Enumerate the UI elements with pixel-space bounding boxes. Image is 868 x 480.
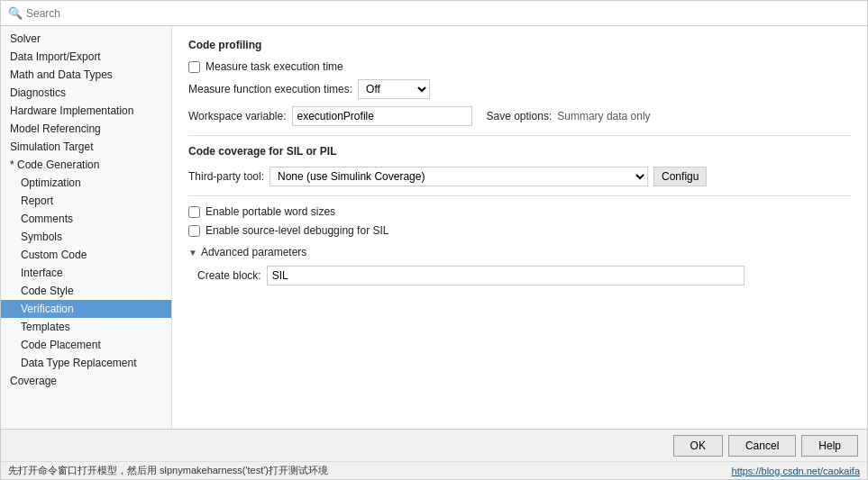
third-party-label: Third-party tool:	[188, 170, 264, 183]
measure-function-label: Measure function execution times:	[188, 83, 352, 95]
portable-word-row: Enable portable word sizes	[188, 205, 851, 218]
workspace-input[interactable]	[292, 106, 472, 126]
create-block-row: Create block:	[197, 266, 851, 285]
sidebar-item-data-import-export[interactable]: Data Import/Export	[1, 48, 171, 66]
save-options-label: Save options:	[487, 110, 553, 122]
cancel-button[interactable]: Cancel	[728, 435, 796, 457]
bottom-url[interactable]: https://blog.csdn.net/caokaifa	[732, 466, 860, 476]
sidebar: Solver Data Import/Export Math and Data …	[1, 26, 172, 429]
code-coverage-title: Code coverage for SIL or PIL	[188, 145, 851, 158]
portable-word-checkbox[interactable]	[188, 206, 200, 218]
measure-task-checkbox[interactable]	[188, 61, 200, 73]
measure-function-select-wrapper: Off On	[358, 79, 430, 99]
save-options-value: Summary data only	[557, 110, 650, 122]
main-panel: Code profiling Measure task execution ti…	[172, 26, 867, 429]
search-input[interactable]	[26, 7, 860, 20]
create-block-label: Create block:	[197, 269, 261, 282]
measure-task-row: Measure task execution time	[188, 60, 851, 73]
content-area: Solver Data Import/Export Math and Data …	[1, 26, 867, 429]
search-icon: 🔍	[8, 6, 23, 20]
bottom-text-zh: 先打开命令窗口打开模型，然后用 slpnymakeharness('test')…	[8, 464, 328, 477]
workspace-label: Workspace variable:	[188, 110, 287, 122]
divider-2	[188, 195, 851, 196]
sidebar-item-diagnostics[interactable]: Diagnostics	[1, 84, 171, 102]
configure-button[interactable]: Configu	[653, 167, 707, 186]
sidebar-item-optimization[interactable]: Optimization	[1, 174, 171, 192]
create-block-input[interactable]	[267, 266, 745, 285]
sidebar-item-templates[interactable]: Templates	[1, 318, 171, 336]
divider-1	[188, 135, 851, 136]
bottom-bar: 先打开命令窗口打开模型，然后用 slpnymakeharness('test')…	[1, 461, 867, 479]
workspace-row: Workspace variable: Save options: Summar…	[188, 106, 851, 126]
sidebar-item-code-style[interactable]: Code Style	[1, 282, 171, 300]
sidebar-item-interface[interactable]: Interface	[1, 264, 171, 282]
source-debug-row: Enable source-level debugging for SIL	[188, 224, 851, 237]
sidebar-item-data-type-replacement[interactable]: Data Type Replacement	[1, 354, 171, 372]
search-bar: 🔍	[1, 1, 867, 26]
sidebar-item-verification[interactable]: Verification	[1, 300, 171, 318]
code-profiling-title: Code profiling	[188, 39, 851, 51]
sidebar-item-custom-code[interactable]: Custom Code	[1, 246, 171, 264]
help-button[interactable]: Help	[801, 435, 858, 457]
measure-function-select[interactable]: Off On	[358, 79, 430, 99]
sidebar-item-symbols[interactable]: Symbols	[1, 228, 171, 246]
sidebar-item-hardware-implementation[interactable]: Hardware Implementation	[1, 102, 171, 120]
third-party-row: Third-party tool: None (use Simulink Cov…	[188, 167, 851, 186]
third-party-select[interactable]: None (use Simulink Coverage)	[270, 167, 648, 186]
portable-word-label: Enable portable word sizes	[206, 205, 335, 218]
advanced-section: ▼ Advanced parameters Create block:	[188, 246, 851, 285]
sidebar-item-code-generation[interactable]: * Code Generation	[1, 156, 171, 174]
source-debug-label: Enable source-level debugging for SIL	[206, 224, 388, 237]
sidebar-item-solver[interactable]: Solver	[1, 30, 171, 48]
footer: OK Cancel Help	[1, 429, 867, 461]
ok-button[interactable]: OK	[673, 435, 723, 457]
advanced-header[interactable]: ▼ Advanced parameters	[188, 246, 851, 258]
sidebar-item-code-placement[interactable]: Code Placement	[1, 336, 171, 354]
sidebar-item-simulation-target[interactable]: Simulation Target	[1, 138, 171, 156]
sidebar-item-model-referencing[interactable]: Model Referencing	[1, 120, 171, 138]
measure-task-label: Measure task execution time	[206, 60, 343, 73]
sidebar-item-comments[interactable]: Comments	[1, 210, 171, 228]
advanced-title: Advanced parameters	[201, 246, 306, 258]
main-window: 🔍 Solver Data Import/Export Math and Dat…	[0, 0, 868, 480]
measure-function-row: Measure function execution times: Off On	[188, 79, 851, 99]
third-party-select-wrapper: None (use Simulink Coverage)	[270, 167, 648, 186]
sidebar-item-report[interactable]: Report	[1, 192, 171, 210]
source-debug-checkbox[interactable]	[188, 225, 200, 237]
sidebar-item-coverage[interactable]: Coverage	[1, 372, 171, 390]
sidebar-item-math-data-types[interactable]: Math and Data Types	[1, 66, 171, 84]
triangle-icon: ▼	[188, 248, 197, 258]
